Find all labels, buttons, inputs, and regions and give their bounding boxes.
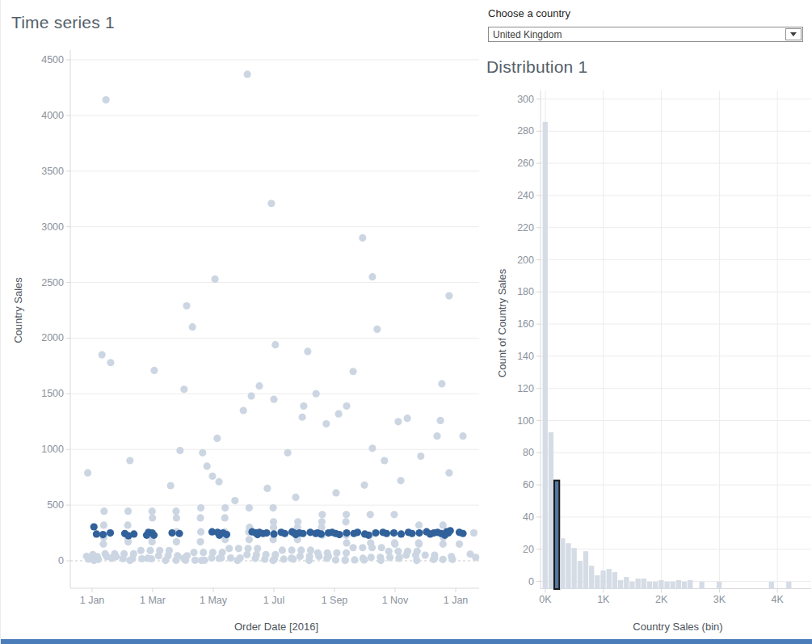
scatter-point-selected[interactable] (415, 529, 423, 537)
scatter-point[interactable] (343, 549, 350, 557)
scatter-point-selected[interactable] (150, 532, 158, 539)
scatter-point[interactable] (172, 507, 179, 515)
scatter-point-selected[interactable] (335, 531, 343, 538)
scatter-point[interactable] (318, 511, 326, 518)
scatter-point[interactable] (126, 457, 133, 464)
scatter-point[interactable] (197, 528, 204, 536)
hist-bar[interactable] (583, 551, 588, 589)
scatter-point[interactable] (440, 556, 447, 563)
hist-bar[interactable] (607, 569, 612, 589)
scatter-point[interactable] (149, 514, 156, 521)
hist-bar[interactable] (589, 566, 594, 589)
scatter-point[interactable] (394, 418, 402, 425)
scatter-point[interactable] (288, 546, 295, 554)
hist-bar-selected[interactable] (554, 481, 559, 589)
scatter-point[interactable] (271, 341, 279, 348)
scatter-point[interactable] (204, 462, 211, 469)
scatter-point[interactable] (472, 554, 479, 561)
scatter-point[interactable] (215, 478, 222, 486)
scatter-point[interactable] (297, 553, 304, 560)
scatter-point[interactable] (167, 482, 175, 489)
scatter-point-selected[interactable] (364, 532, 372, 539)
hist-bar[interactable] (786, 582, 791, 589)
scatter-point[interactable] (100, 507, 107, 515)
scatter-point[interactable] (246, 536, 253, 543)
scatter-point[interactable] (385, 548, 393, 555)
scatter-point[interactable] (146, 547, 154, 554)
hist-bar[interactable] (578, 561, 583, 589)
scatter-point-selected[interactable] (175, 530, 183, 537)
hist-bar[interactable] (600, 570, 605, 589)
hist-bar[interactable] (612, 572, 617, 589)
hist-bar[interactable] (624, 577, 629, 589)
hist-bar[interactable] (635, 579, 640, 589)
hist-bar[interactable] (688, 580, 692, 589)
scatter-point-selected[interactable] (168, 529, 175, 537)
dropdown-button[interactable] (785, 28, 801, 40)
hist-bar[interactable] (682, 582, 687, 589)
scatter-point-selected[interactable] (281, 530, 288, 537)
scatter-point[interactable] (270, 396, 277, 403)
scatter-point[interactable] (221, 514, 229, 521)
scatter-point[interactable] (381, 457, 388, 464)
scatter-point[interactable] (100, 521, 107, 528)
scatter-point[interactable] (373, 326, 381, 333)
scatter-point[interactable] (124, 507, 132, 515)
scatter-point[interactable] (199, 449, 206, 457)
scatter-point[interactable] (440, 541, 447, 548)
scatter-point-selected[interactable] (299, 530, 306, 537)
scatter-point[interactable] (180, 554, 187, 562)
scatter-point[interactable] (213, 435, 221, 442)
scatter-point[interactable] (440, 521, 447, 528)
scatter-point[interactable] (415, 521, 423, 528)
scatter-point[interactable] (279, 546, 286, 554)
scatter-point[interactable] (172, 557, 179, 564)
scatter-point[interactable] (322, 420, 330, 427)
scatter-point[interactable] (251, 554, 259, 562)
scatter-point[interactable] (191, 557, 199, 564)
scatter-point[interactable] (180, 385, 187, 393)
scatter-point[interactable] (235, 545, 242, 552)
hist-bar[interactable] (647, 582, 652, 589)
scatter-point[interactable] (332, 489, 339, 496)
scatter-point[interactable] (137, 547, 145, 554)
scatter-point[interactable] (197, 538, 204, 545)
scatter-point-selected[interactable] (390, 529, 398, 537)
scatter-point[interactable] (343, 539, 350, 546)
scatter-point[interactable] (189, 323, 196, 330)
scatter-point[interactable] (343, 518, 350, 525)
scatter-point[interactable] (360, 554, 367, 562)
scatter-point[interactable] (155, 552, 162, 559)
scatter-point-selected[interactable] (223, 531, 230, 538)
scatter-point[interactable] (208, 473, 216, 480)
scatter-point[interactable] (99, 351, 106, 359)
scatter-point[interactable] (415, 541, 423, 548)
scatter-point[interactable] (231, 497, 238, 504)
scatter-point[interactable] (459, 432, 466, 440)
scatter-point[interactable] (445, 292, 452, 299)
scatter-point[interactable] (394, 548, 402, 555)
scatter-point[interactable] (198, 557, 205, 564)
scatter-point[interactable] (84, 469, 91, 477)
scatter-point[interactable] (378, 544, 385, 551)
scatter-point[interactable] (108, 554, 116, 562)
scatter-point[interactable] (445, 469, 452, 477)
scatter-point[interactable] (267, 200, 275, 207)
scatter-point-selected[interactable] (372, 529, 379, 537)
scatter-point[interactable] (190, 549, 197, 556)
hist-bar[interactable] (560, 538, 565, 589)
scatter-point[interactable] (244, 70, 251, 78)
scatter-point[interactable] (359, 544, 366, 551)
hist-bar[interactable] (717, 582, 722, 589)
scatter-point[interactable] (255, 382, 263, 389)
hist-bar[interactable] (769, 582, 774, 589)
scatter-point[interactable] (246, 504, 253, 511)
scatter-point[interactable] (107, 359, 114, 366)
country-dropdown[interactable]: United Kingdom (488, 27, 803, 42)
scatter-point[interactable] (197, 504, 204, 511)
hist-bar[interactable] (664, 582, 669, 589)
scatter-point[interactable] (150, 367, 158, 374)
scatter-point[interactable] (248, 392, 255, 399)
scatter-point[interactable] (368, 273, 376, 280)
hist-bar[interactable] (549, 432, 553, 589)
